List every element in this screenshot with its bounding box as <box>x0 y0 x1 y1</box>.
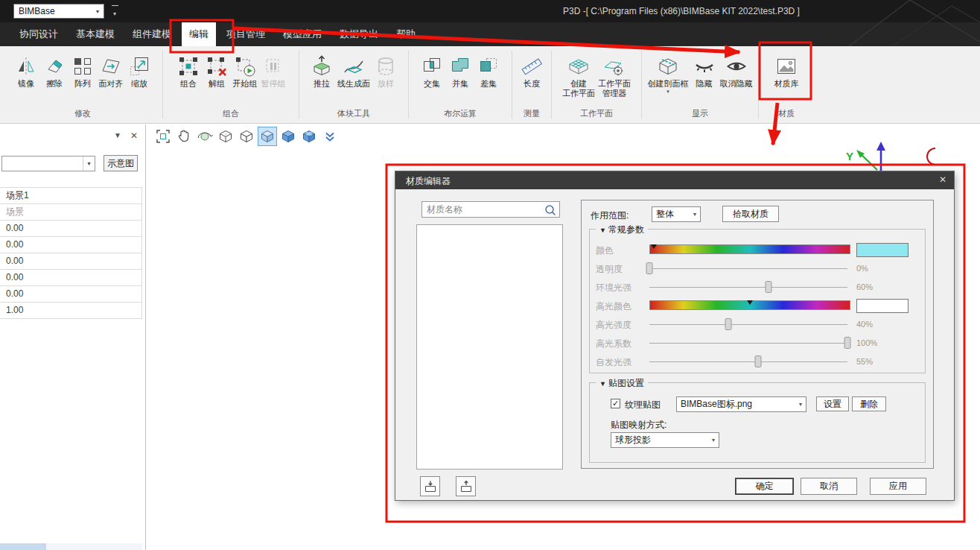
ribbon-button-mirror[interactable]: 镜像 <box>12 53 40 89</box>
tab-component-modeling[interactable]: 组件建模 <box>125 22 179 46</box>
texture-file-dropdown[interactable]: BIMBase图标.png ▾ <box>676 396 806 412</box>
slider-thumb[interactable] <box>765 281 771 293</box>
ribbon-button-scale[interactable]: 缩放 <box>125 53 153 89</box>
export-library-button[interactable] <box>456 476 476 496</box>
tab-data-export[interactable]: 数据导出 <box>332 22 386 46</box>
slider-thumb[interactable] <box>844 337 851 349</box>
close-icon[interactable]: ✕ <box>939 174 946 185</box>
orbit-button[interactable] <box>195 127 214 146</box>
pan-button[interactable] <box>174 127 194 146</box>
ribbon-button-subtract[interactable]: 差集 <box>474 53 503 89</box>
dialog-titlebar[interactable]: 材质编辑器 ✕ <box>395 171 954 189</box>
pick-material-button[interactable]: 拾取材质 <box>722 206 779 222</box>
scene-selector-combo[interactable]: ▾ <box>1 156 95 171</box>
material-list[interactable] <box>416 224 563 470</box>
ribbon-button-label: 隐藏 <box>696 79 713 89</box>
ribbon-button-intersect[interactable]: 交集 <box>418 53 446 89</box>
ribbon-button-start-group[interactable]: 开始组 <box>231 53 259 89</box>
ribbon-button-union[interactable]: 并集 <box>446 53 474 89</box>
texture-delete-button[interactable]: 删除 <box>852 396 886 411</box>
material-name-input[interactable] <box>421 201 560 218</box>
color-swatch[interactable] <box>856 243 909 257</box>
scale-icon <box>127 54 152 79</box>
property-row[interactable]: 场景1 <box>0 188 142 204</box>
panel-collapse-icon[interactable]: ▼ <box>114 130 121 141</box>
view-shaded-edges-button[interactable] <box>279 127 298 146</box>
texture-checkbox[interactable]: ✓ <box>611 399 620 408</box>
scope-dropdown[interactable]: 整体 ▾ <box>652 206 701 222</box>
apply-button[interactable]: 应用 <box>870 478 926 495</box>
ribbon-button-line-to-face[interactable]: 线生成面 <box>336 53 372 89</box>
tab-collaborative-design[interactable]: 协同设计 <box>12 22 66 46</box>
view-wireframe-button[interactable] <box>216 127 235 146</box>
ambient-slider[interactable] <box>649 279 847 294</box>
more-view-modes-button[interactable] <box>320 127 340 146</box>
scrollbar-thumb[interactable] <box>0 543 46 550</box>
specular-gradient-slider[interactable] <box>649 300 850 310</box>
ribbon-button-create-workplane[interactable]: 创建 工作平面 <box>561 53 596 99</box>
ribbon-button-hide[interactable]: 隐藏 <box>690 53 719 95</box>
quick-access-options-button[interactable]: ▾ <box>109 5 120 18</box>
ribbon-group-label: 测量 <box>512 108 551 119</box>
texture-file-value: BIMBase图标.png <box>681 398 752 411</box>
slider-thumb[interactable] <box>646 262 653 274</box>
view-textured-button[interactable] <box>299 127 319 146</box>
tab-project-management[interactable]: 项目管理 <box>219 22 273 46</box>
specular-coefficient-slider[interactable] <box>649 335 847 350</box>
view-shaded-button[interactable] <box>258 127 277 146</box>
ribbon-button-pause-group[interactable]: 暂停组 <box>259 53 287 89</box>
tab-help[interactable]: 帮助 <box>389 22 423 46</box>
property-row[interactable]: 1.00 <box>0 303 142 319</box>
transparency-slider[interactable] <box>649 261 847 276</box>
ribbon-button-material-library[interactable]: 材质库 <box>772 53 801 89</box>
texture-settings-button[interactable]: 设置 <box>816 396 849 411</box>
view-hidden-line-button[interactable] <box>237 127 256 146</box>
color-gradient-slider[interactable] <box>649 244 850 254</box>
ribbon-button-erase[interactable]: 擦除 <box>40 53 69 89</box>
section-collapse-icon[interactable]: ▼ <box>599 380 606 388</box>
property-row[interactable]: 0.00 <box>0 221 142 237</box>
property-row[interactable]: 0.00 <box>0 253 142 270</box>
param-label: 高光系数 <box>596 338 631 350</box>
ribbon-button-length[interactable]: 长度 <box>518 53 546 89</box>
ok-button[interactable]: 确定 <box>735 478 794 495</box>
property-row[interactable]: 0.00 <box>0 286 142 303</box>
ribbon-button-push-pull[interactable]: 推拉 <box>308 53 336 89</box>
import-library-button[interactable] <box>420 476 440 496</box>
tab-basic-modeling[interactable]: 基本建模 <box>69 22 122 46</box>
union-icon <box>448 54 473 79</box>
param-value: 100% <box>856 338 877 347</box>
slider-thumb[interactable] <box>725 318 732 330</box>
specular-color-swatch[interactable] <box>856 299 909 313</box>
tab-edit[interactable]: 编辑 <box>182 22 216 46</box>
param-value: 40% <box>856 320 873 329</box>
emissive-slider[interactable] <box>649 354 847 369</box>
texture-checkbox-label[interactable]: 纹理贴图 <box>625 399 661 411</box>
ribbon-button-loft[interactable]: 放样 <box>372 53 400 89</box>
ribbon-button-section-box[interactable]: 创建剖面框 ▾ <box>646 53 690 95</box>
specular-intensity-slider[interactable] <box>649 317 847 332</box>
gradient-marker-icon[interactable] <box>747 300 753 305</box>
ribbon-button-label: 阵列 <box>74 79 91 89</box>
horizontal-scrollbar[interactable] <box>0 543 142 550</box>
ribbon-button-array[interactable]: 阵列 <box>69 53 97 89</box>
panel-close-icon[interactable]: ✕ <box>130 130 138 141</box>
ribbon-button-unhide[interactable]: 取消隐藏 <box>719 53 754 95</box>
ribbon-button-workplane-manager[interactable]: 工作平面 管理器 <box>596 53 632 99</box>
gradient-marker-icon[interactable] <box>651 244 657 249</box>
cancel-button[interactable]: 取消 <box>801 478 857 495</box>
ribbon-button-group[interactable]: 组合 <box>174 53 203 89</box>
section-collapse-icon[interactable]: ▼ <box>599 227 606 234</box>
property-row[interactable]: 场景 <box>0 204 142 221</box>
ribbon-button-face-align[interactable]: 面对齐 <box>97 53 125 89</box>
zoom-extents-button[interactable] <box>153 127 173 146</box>
import-icon <box>424 480 437 493</box>
property-row[interactable]: 0.00 <box>0 270 142 286</box>
tab-model-application[interactable]: 模型应用 <box>276 22 329 46</box>
mapping-method-dropdown[interactable]: 球形投影 ▾ <box>611 432 719 448</box>
ribbon-button-ungroup[interactable]: 解组 <box>203 53 231 89</box>
slider-thumb[interactable] <box>755 355 762 367</box>
property-row[interactable]: 0.00 <box>0 237 142 253</box>
schematic-view-button[interactable]: 示意图 <box>104 155 138 171</box>
app-selector-combo[interactable]: BIMBase ▾ <box>13 4 104 19</box>
